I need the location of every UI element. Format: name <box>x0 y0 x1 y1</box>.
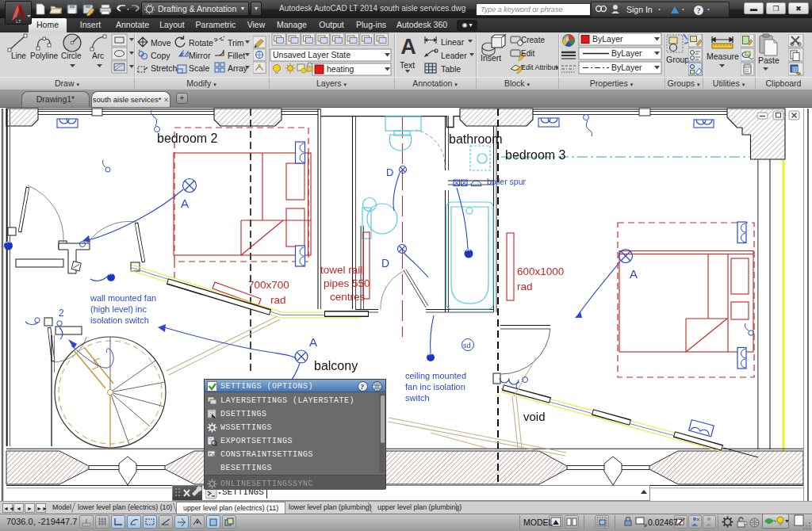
svg-text:pipes 550: pipes 550 <box>324 277 370 289</box>
svg-text:Rotate: Rotate <box>189 38 213 48</box>
svg-text:Arc: Arc <box>92 52 104 60</box>
svg-text:Paste: Paste <box>758 55 779 65</box>
svg-text:Polyline: Polyline <box>30 52 58 60</box>
svg-text:Copy: Copy <box>151 51 170 60</box>
svg-text:A: A <box>181 197 189 210</box>
svg-text:Unsaved Layer State: Unsaved Layer State <box>273 50 350 59</box>
svg-text:2: 2 <box>59 308 64 319</box>
svg-text:Circle: Circle <box>61 52 82 60</box>
svg-text:Move: Move <box>151 38 171 48</box>
svg-text:(high level) inc: (high level) inc <box>90 304 147 314</box>
svg-text:LT: LT <box>16 19 21 24</box>
svg-text:heating: heating <box>327 64 354 74</box>
svg-text:wall mounted fan: wall mounted fan <box>90 293 156 303</box>
svg-text:rad: rad <box>270 294 286 306</box>
svg-text:sd: sd <box>463 342 471 350</box>
svg-text:Scale: Scale <box>189 63 209 73</box>
svg-text:D: D <box>386 166 393 178</box>
svg-text:600x1000: 600x1000 <box>517 266 564 277</box>
svg-text:boiler spur: boiler spur <box>487 177 527 186</box>
svg-text:isolation switch: isolation switch <box>90 315 149 325</box>
svg-text:balcony: balcony <box>314 359 358 372</box>
svg-text:Insert: Insert <box>481 53 501 63</box>
svg-text:Trim: Trim <box>228 38 244 48</box>
svg-text:Array: Array <box>228 63 248 73</box>
svg-text:Edit: Edit <box>521 49 534 58</box>
svg-text:fan inc isolation: fan inc isolation <box>405 382 465 392</box>
svg-text:?: ? <box>361 383 365 391</box>
svg-text:Edit Attributes: Edit Attributes <box>521 63 560 71</box>
svg-text:centres: centres <box>330 291 366 303</box>
svg-text:ByLayer: ByLayer <box>611 48 642 58</box>
svg-text:Linear: Linear <box>441 37 465 47</box>
svg-text:switch: switch <box>405 393 430 403</box>
svg-text:Table: Table <box>441 64 461 74</box>
svg-text:700x700: 700x700 <box>248 279 289 291</box>
svg-text:A: A <box>630 267 638 281</box>
svg-text:Group: Group <box>666 55 689 64</box>
svg-text:Leader: Leader <box>441 51 467 60</box>
svg-text:Fillet: Fillet <box>228 51 245 60</box>
svg-text:Line: Line <box>11 52 26 60</box>
svg-text:D: D <box>381 257 389 269</box>
svg-text:bedroom 3: bedroom 3 <box>505 148 566 162</box>
svg-text:ceiling mounted: ceiling mounted <box>405 371 466 380</box>
svg-text:Mirror: Mirror <box>189 51 211 60</box>
svg-text:void: void <box>523 410 546 423</box>
svg-text:Stretch: Stretch <box>151 63 177 73</box>
svg-text:A: A <box>309 335 317 349</box>
svg-text:bathroom: bathroom <box>449 132 503 146</box>
svg-text:towel rail: towel rail <box>320 264 362 276</box>
svg-text:?: ? <box>697 6 701 15</box>
svg-text:Create: Create <box>521 36 545 44</box>
svg-text:ByLayer: ByLayer <box>611 63 642 72</box>
svg-text:Measure: Measure <box>707 52 739 61</box>
svg-text:bedroom 2: bedroom 2 <box>157 132 218 145</box>
svg-text:ByLayer: ByLayer <box>592 34 623 44</box>
svg-text:rad: rad <box>517 281 533 292</box>
